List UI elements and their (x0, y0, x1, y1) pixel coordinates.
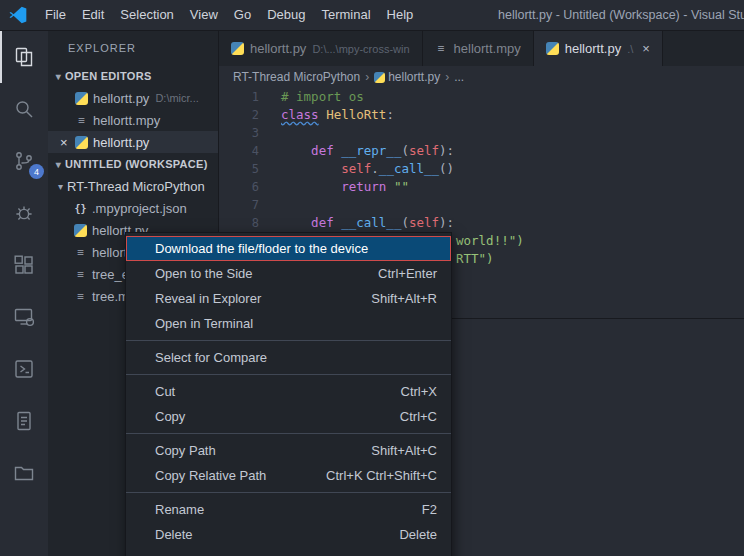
breadcrumb: RT-Thread MicroPython›hellortt.py›... (219, 66, 744, 88)
tab-hellortt-py[interactable]: hellortt.py.\× (534, 31, 663, 66)
file-label: hellortt.py (93, 91, 149, 106)
breadcrumb-item[interactable]: hellortt.py (388, 70, 440, 84)
menu-shortcut: Delete (399, 527, 437, 542)
debug-icon[interactable] (0, 187, 48, 239)
menu-view[interactable]: View (182, 0, 226, 30)
line-text: self.__call__() (259, 160, 454, 178)
code-token (281, 215, 311, 230)
python-file-icon (546, 42, 559, 55)
code-token: ): (439, 215, 454, 230)
workspace-header[interactable]: ▾ UNTITLED (WORKSPACE) (48, 153, 218, 175)
vscode-window: FileEditSelectionViewGoDebugTerminalHelp… (0, 0, 744, 556)
menu-debug[interactable]: Debug (259, 0, 313, 30)
file-label: hellortt.py (93, 135, 149, 150)
menu-item-label: Copy Path (155, 443, 371, 458)
code-token: self (409, 215, 439, 230)
remote-device-icon[interactable] (0, 291, 48, 343)
menu-item-open-in-terminal[interactable]: Open in Terminal (126, 311, 451, 336)
activity-bar: 4 (0, 31, 48, 556)
code-token: HelloRtt (326, 107, 386, 122)
code-token: . (371, 161, 379, 176)
menu-item-copy[interactable]: CopyCtrl+C (126, 404, 451, 429)
line-number: 3 (219, 124, 259, 142)
file-icon: ≡ (74, 268, 87, 281)
code-token: # import os (281, 89, 364, 104)
menu-selection[interactable]: Selection (112, 0, 181, 30)
output-document-icon[interactable] (0, 395, 48, 447)
menu-shortcut: Shift+Alt+R (371, 291, 437, 306)
menu-item-download-the-file-floder-to-the-device[interactable]: Download the file/floder to the device (126, 236, 451, 261)
menu-file[interactable]: File (37, 0, 74, 30)
sidebar-title: EXPLORER (48, 31, 218, 65)
python-file-icon (75, 136, 88, 149)
scm-badge: 4 (29, 164, 44, 179)
line-number: 6 (219, 178, 259, 196)
menu-shortcut: Ctrl+K Ctrl+Shift+C (326, 468, 437, 483)
menu-item-copy-relative-path[interactable]: Copy Relative PathCtrl+K Ctrl+Shift+C (126, 463, 451, 488)
menu-item-rename[interactable]: RenameF2 (126, 497, 451, 522)
code-token: ): (439, 143, 454, 158)
menu-item-cut[interactable]: CutCtrl+X (126, 379, 451, 404)
open-editor-item[interactable]: hellortt.pyD:\micr... (48, 87, 218, 109)
tree-item[interactable]: {}.mpyproject.json (48, 197, 218, 219)
code-line: 4 def __repr__(self): (219, 142, 744, 160)
tab-hellortt-mpy[interactable]: ≡hellortt.mpy (423, 31, 534, 66)
json-braces-icon: {} (74, 202, 87, 215)
chevron-down-icon: ▾ (52, 71, 65, 82)
menu-help[interactable]: Help (379, 0, 422, 30)
menu-item-label: Open to the Side (155, 266, 378, 281)
menu-separator (126, 340, 451, 341)
search-icon[interactable] (0, 83, 48, 135)
breadcrumb-item[interactable]: RT-Thread MicroPython (233, 70, 360, 84)
file-icon: ≡ (435, 42, 448, 55)
menu-item-label: Open in Terminal (155, 316, 437, 331)
line-text: return "" (259, 178, 409, 196)
close-icon[interactable]: × (642, 41, 650, 56)
explorer-icon[interactable] (0, 31, 48, 83)
source-control-icon[interactable]: 4 (0, 135, 48, 187)
extensions-icon[interactable] (0, 239, 48, 291)
breadcrumb-item[interactable]: ... (454, 70, 464, 84)
file-detail: D:\micr... (155, 92, 198, 104)
menu-item-delete[interactable]: DeleteDelete (126, 522, 451, 547)
folder-view-icon[interactable] (0, 447, 48, 499)
file-label: hellortt.mpy (93, 113, 160, 128)
menu-shortcut: Ctrl+C (400, 409, 437, 424)
line-text: def __repr__(self): (259, 142, 454, 160)
code-line: 7 (219, 196, 744, 214)
code-token: self (409, 143, 439, 158)
menu-shortcut: Ctrl+Enter (378, 266, 437, 281)
code-token: class (281, 107, 319, 122)
code-token: : (386, 107, 394, 122)
line-number: 5 (219, 160, 259, 178)
menu-item-select-for-compare[interactable]: Select for Compare (126, 345, 451, 370)
line-text: def __call__(self): (259, 214, 454, 232)
code-token: return (341, 179, 386, 194)
menu-item-open-to-the-side[interactable]: Open to the SideCtrl+Enter (126, 261, 451, 286)
menu-item-label: Select for Compare (155, 350, 437, 365)
tree-folder[interactable]: ▾RT-Thread MicroPython (48, 175, 218, 197)
open-editors-list: hellortt.pyD:\micr...≡hellortt.mpy×hello… (48, 87, 218, 153)
open-editor-item[interactable]: ≡hellortt.mpy (48, 109, 218, 131)
menu-terminal[interactable]: Terminal (313, 0, 378, 30)
code-token (281, 143, 311, 158)
menu-go[interactable]: Go (226, 0, 259, 30)
code-token: RTT") (456, 251, 494, 266)
chevron-down-icon: ▾ (52, 159, 65, 170)
line-number: 2 (219, 106, 259, 124)
close-icon[interactable]: × (60, 135, 75, 150)
open-editor-item[interactable]: ×hellortt.py (48, 131, 218, 153)
open-editors-header[interactable]: ▾ OPEN EDITORS (48, 65, 218, 87)
code-token: def (311, 143, 334, 158)
menu-item-reveal-in-explorer[interactable]: Reveal in ExplorerShift+Alt+R (126, 286, 451, 311)
menu-shortcut: Shift+Alt+C (371, 443, 437, 458)
tab-hellortt-py[interactable]: hellortt.pyD:\...\mpy-cross-win (219, 31, 423, 66)
code-line: 8 def __call__(self): (219, 214, 744, 232)
menu-edit[interactable]: Edit (74, 0, 112, 30)
folder-label: RT-Thread MicroPython (67, 179, 205, 194)
menu-item-label: Rename (155, 502, 422, 517)
terminal-box-icon[interactable] (0, 343, 48, 395)
tab-label: hellortt.py (250, 41, 306, 56)
menu-item-copy-path[interactable]: Copy PathShift+Alt+C (126, 438, 451, 463)
menu-item-label: Copy Relative Path (155, 468, 326, 483)
